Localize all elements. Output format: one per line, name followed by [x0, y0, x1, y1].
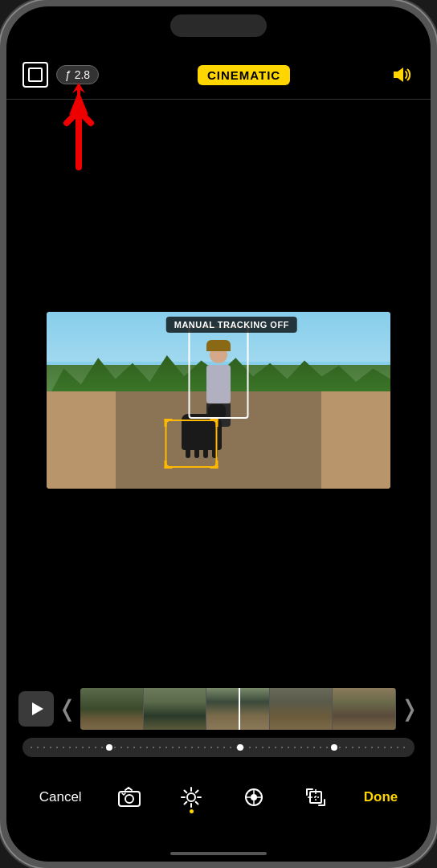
svg-point-5 [125, 795, 133, 803]
toolbar-bottom: Cancel [6, 773, 431, 821]
phone-screen: ƒ 2.8 CINEMATIC [6, 6, 431, 862]
camera-flip-tool[interactable] [115, 783, 144, 812]
video-frame[interactable]: MANUAL TRACKING OFF [47, 312, 390, 489]
cancel-button[interactable]: Cancel [39, 789, 82, 805]
focus-corner-br [210, 461, 218, 469]
aperture-badge[interactable]: ƒ 2.8 [56, 65, 99, 84]
dot-marker-center [237, 744, 243, 751]
svg-line-12 [196, 802, 198, 805]
focus-corner-bl [164, 461, 172, 469]
dots-line [31, 747, 406, 748]
camera-flip-icon [115, 783, 144, 812]
dot-marker-right [331, 744, 337, 751]
svg-line-14 [185, 802, 187, 805]
timeline-segment [144, 688, 207, 730]
tracking-icon-button[interactable] [22, 62, 48, 88]
crop-tool[interactable] [301, 783, 330, 812]
svg-point-6 [187, 793, 195, 801]
timeline-playhead[interactable] [239, 688, 240, 730]
crop-icon [301, 783, 330, 812]
adjust-icon [177, 783, 206, 812]
aperture-value: ƒ 2.8 [65, 68, 90, 81]
timeline-area: ❬ ❭ [6, 688, 431, 757]
notch [170, 14, 267, 37]
speaker-button[interactable] [389, 62, 415, 88]
cinematic-badge: CINEMATIC [198, 65, 290, 85]
adjust-tool[interactable] [177, 783, 206, 812]
focus-box-dog[interactable] [165, 420, 217, 468]
timeline-bracket-right: ❭ [400, 698, 419, 720]
toolbar-top: ƒ 2.8 CINEMATIC [6, 55, 431, 95]
done-button[interactable]: Done [364, 789, 398, 805]
play-button[interactable] [18, 691, 54, 727]
svg-line-11 [185, 791, 187, 793]
video-background: MANUAL TRACKING OFF [47, 312, 390, 489]
timeline-segment [270, 688, 333, 730]
timeline-strip[interactable] [80, 688, 396, 730]
focus-icon [239, 783, 268, 812]
timeline-segment [80, 688, 144, 730]
toolbar-left-group: ƒ 2.8 [22, 62, 99, 88]
phone-shell: ƒ 2.8 CINEMATIC [0, 0, 437, 868]
play-icon [32, 702, 43, 715]
home-indicator [170, 852, 267, 855]
focus-tool[interactable] [239, 783, 268, 812]
focus-corner-tl [164, 419, 172, 427]
focus-corner-tr [210, 419, 218, 427]
focus-box-person[interactable] [189, 326, 249, 419]
toolbar-divider [6, 99, 431, 100]
svg-point-16 [251, 794, 257, 800]
timeline-segment [333, 688, 396, 730]
dot-marker-left [106, 744, 112, 751]
timeline-strip-container: ❬ ❭ [18, 688, 419, 730]
svg-marker-0 [394, 68, 403, 82]
tracking-tooltip: MANUAL TRACKING OFF [166, 317, 297, 333]
cinematic-label: CINEMATIC [207, 68, 280, 82]
tool-active-dot [190, 809, 194, 813]
timeline-bracket-left: ❬ [58, 698, 76, 720]
timeline-dots-bar[interactable] [22, 738, 415, 757]
svg-line-13 [196, 791, 198, 793]
